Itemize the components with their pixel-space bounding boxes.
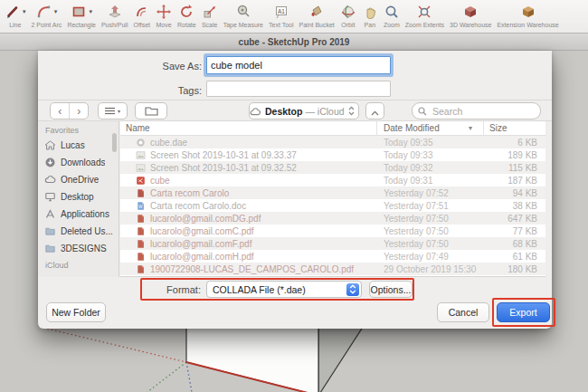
sidebar-item-label: Deleted Us...: [61, 226, 113, 236]
file-row[interactable]: lucarolo@gmail.comDG.pdf Yesterday 07:50…: [120, 212, 545, 225]
toolbar-item-rectangle[interactable]: ▾ Rectangle: [64, 3, 99, 28]
column-header-size[interactable]: Size: [489, 121, 507, 136]
toolbar-item-scale[interactable]: ▾ Scale: [199, 3, 221, 28]
new-folder-toolbar-button[interactable]: [135, 102, 167, 120]
tape-measure-icon: [235, 4, 251, 20]
file-row[interactable]: lucarolo@gmail.comH.pdf Yesterday 07:49 …: [120, 250, 545, 263]
forward-button[interactable]: ›: [69, 103, 88, 119]
location-dropdown[interactable]: Desktop — iCloud: [249, 102, 359, 120]
svg-text:A1: A1: [278, 7, 285, 14]
toolbar-item-zoom[interactable]: ▾ Zoom: [381, 3, 403, 28]
file-size: 115 KB: [483, 163, 537, 173]
tags-label: Tags:: [38, 85, 202, 96]
column-header-name[interactable]: Name: [126, 121, 150, 136]
view-options-button[interactable]: ▾: [98, 102, 128, 120]
file-date-modified: 29 October 2019 15:30: [384, 264, 481, 274]
file-row[interactable]: cube Today 09:31 187 KB: [120, 174, 545, 186]
file-size: 6 KB: [483, 138, 537, 148]
file-date-modified: Today 09:32: [384, 163, 481, 173]
file-size: 68 KB: [483, 239, 537, 249]
toolbar-item-3d-warehouse[interactable]: ▾ 3D Warehouse: [447, 3, 494, 28]
dropdown-caret-icon[interactable]: ▾: [54, 8, 58, 14]
sidebar-item-applications[interactable]: Applications: [38, 206, 119, 223]
file-date-modified: Yesterday 07:49: [384, 252, 481, 262]
push-pull-icon: [107, 4, 123, 20]
move-icon: [156, 4, 172, 20]
cloud-icon: [250, 107, 261, 116]
file-date-modified: Yesterday 07:52: [384, 188, 481, 198]
toolbar-item-label: Pan: [365, 22, 375, 28]
save-as-input[interactable]: [206, 56, 391, 74]
file-row[interactable]: lucarolo@gmail.comC.pdf Yesterday 07:50 …: [120, 225, 545, 237]
toolbar-item-rotate[interactable]: ▾ Rotate: [175, 3, 199, 28]
file-row[interactable]: W Carta recom Carolo.doc Yesterday 07:51…: [120, 199, 545, 212]
search-field[interactable]: [412, 102, 541, 120]
cube-right-face: [318, 321, 366, 392]
toolbar-item-pan[interactable]: ▾ Pan: [359, 3, 381, 28]
search-input[interactable]: [431, 105, 521, 118]
toolbar-item-push-pull[interactable]: ▾ Push/Pull: [99, 3, 131, 28]
file-name: cube.dae: [150, 138, 372, 148]
toolbar-item-offset[interactable]: ▾ Offset: [130, 3, 153, 28]
file-size: 647 KB: [483, 214, 537, 224]
file-row[interactable]: Carta recom Carolo Yesterday 07:52 94 KB: [120, 186, 545, 199]
file-row[interactable]: Screen Shot 2019-10-31 at 09.32.52 Today…: [120, 161, 545, 174]
toolbar-item-zoom-extents[interactable]: ▾ Zoom Extents: [403, 3, 447, 28]
file-name: Carta recom Carolo: [150, 188, 372, 198]
text-tool-icon: A1: [273, 4, 289, 20]
back-button[interactable]: ‹: [51, 103, 69, 119]
file-name: 1900722908-LUCAS_DE_CAMPOS_CAROLO.pdf: [150, 264, 372, 274]
sidebar-item-desktop[interactable]: Desktop: [38, 188, 119, 206]
sketchup-icon: [136, 176, 146, 186]
file-date-modified: Yesterday 07:50: [384, 239, 481, 249]
toolbar-item-text-tool[interactable]: A1 ▾ Text Tool: [266, 3, 297, 28]
sidebar-item-label: 3DESIGNS: [61, 244, 107, 253]
pdf-icon: [136, 252, 146, 262]
file-browser: Favorites Lucas Downloads OneDrive Deskt…: [38, 121, 552, 277]
folder-icon: [44, 225, 56, 237]
column-header-date-modified[interactable]: Date Modified: [384, 121, 440, 136]
file-date-modified: Today 09:35: [384, 138, 481, 148]
cancel-button[interactable]: Cancel: [437, 302, 489, 322]
column-divider[interactable]: [483, 121, 484, 136]
file-name: lucarolo@gmail.comC.pdf: [150, 226, 372, 236]
toolbar-item-move[interactable]: ▾ Move: [153, 3, 175, 28]
save-dialog-sheet: Save As: Tags: ‹ › ▾ Desktop — iCloud: [38, 51, 552, 329]
dropdown-caret-icon[interactable]: ▾: [89, 8, 92, 14]
file-list-body: cube.dae Today 09:35 6 KB Screen Shot 20…: [120, 136, 545, 275]
column-divider[interactable]: [376, 121, 377, 136]
sidebar-item-lucas[interactable]: Lucas: [38, 137, 119, 154]
dropdown-caret-icon[interactable]: ▾: [23, 8, 26, 14]
sidebar-item-label: Downloads: [61, 158, 105, 167]
file-row[interactable]: Screen Shot 2019-10-31 at 09.33.37 Today…: [120, 148, 545, 161]
toolbar-item-2-point-arc[interactable]: ▾ 2 Point Arc: [29, 3, 65, 28]
location-name: Desktop: [265, 106, 302, 117]
file-row[interactable]: cube.dae Today 09:35 6 KB: [120, 136, 545, 148]
toolbar-item-label: 2 Point Arc: [32, 22, 62, 28]
sidebar-item-deleted-us[interactable]: Deleted Us...: [38, 223, 119, 240]
sidebar-item-onedrive[interactable]: OneDrive: [38, 171, 119, 188]
window-titlebar: cube - SketchUp Pro 2019: [0, 33, 588, 51]
toolbar-item-label: Orbit: [341, 22, 355, 28]
home-icon: [44, 139, 56, 151]
toolbar-item-line[interactable]: ▾ Line: [2, 3, 29, 28]
tags-input[interactable]: [206, 81, 391, 97]
sidebar-item-downloads[interactable]: Downloads: [38, 154, 119, 171]
file-row[interactable]: 1900722908-LUCAS_DE_CAMPOS_CAROLO.pdf 29…: [120, 263, 545, 275]
green-axis-line: [147, 362, 186, 392]
toolbar-item-orbit[interactable]: ▾ Orbit: [337, 3, 359, 28]
new-folder-button[interactable]: New Folder: [46, 302, 106, 322]
forward-chevron-icon: ›: [77, 105, 81, 118]
sidebar-item-3designs[interactable]: 3DESIGNS: [38, 240, 119, 257]
toolbar-item-tape-measure[interactable]: ▾ Tape Measure: [221, 3, 266, 28]
pdf-icon: [136, 226, 146, 236]
sidebar-scrollbar-thumb[interactable]: [112, 133, 117, 152]
toolbar-item-extension-warehouse[interactable]: ▾ Extension Warehouse: [494, 3, 561, 28]
sidebar-item-label: Applications: [61, 209, 109, 219]
toolbar-item-paint-bucket[interactable]: ▾ Paint Bucket: [297, 3, 337, 28]
sidebar-favorites-header: Favorites: [45, 126, 119, 135]
pdf-icon: [136, 239, 146, 249]
file-row[interactable]: lucarolo@gmail.comF.pdf Yesterday 07:50 …: [120, 237, 545, 250]
collapse-sheet-button[interactable]: [365, 102, 384, 120]
pdf-icon: [136, 214, 146, 224]
